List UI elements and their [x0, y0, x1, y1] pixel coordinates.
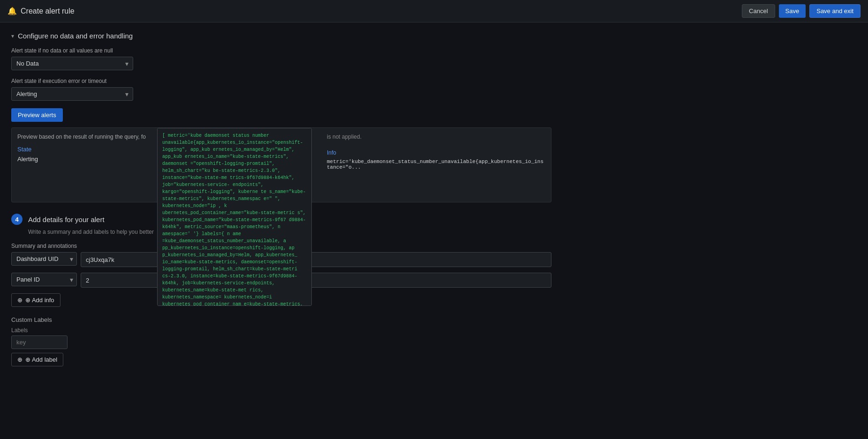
tooltip-content: [ metric='kube daemonset status number u… — [162, 132, 307, 306]
tooltip-overlay: [ metric='kube daemonset status number u… — [157, 128, 312, 306]
no-data-form-group: Alert state if no data or all values are… — [11, 47, 551, 70]
bell-icon: 🔔 — [8, 7, 17, 15]
page-content: ▾ Configure no data and error handling A… — [0, 22, 563, 376]
dashboard-uid-select[interactable]: Dashboard UID Panel ID Summary Descripti… — [11, 252, 77, 266]
state-value: Alerting — [17, 156, 160, 163]
cancel-button[interactable]: Cancel — [742, 4, 775, 18]
dashboard-uid-dropdown-wrapper: Dashboard UID Panel ID Summary Descripti… — [11, 252, 77, 266]
panel-id-input[interactable] — [81, 273, 551, 288]
configure-section-title: Configure no data and error handling — [18, 32, 133, 40]
labels-row: Labels — [11, 327, 551, 349]
preview-alerts-button[interactable]: Preview alerts — [11, 108, 63, 122]
top-bar-actions: Cancel Save Save and exit — [742, 4, 860, 18]
info-label: Info — [327, 149, 545, 156]
dashboard-uid-input[interactable] — [81, 252, 551, 267]
top-bar: 🔔 Create alert rule Cancel Save Save and… — [0, 0, 868, 22]
add-details-title: Add details for your alert — [28, 216, 105, 223]
preview-right-panel: is not applied. Info metric='kube_daemon… — [321, 128, 551, 176]
no-data-select-wrapper: No Data Alerting OK Keep Last State — [11, 57, 133, 70]
no-data-label: Alert state if no data or all values are… — [11, 47, 551, 54]
info-value: metric='kube_daemonset_status_number_una… — [327, 159, 545, 170]
save-and-exit-button[interactable]: Save and exit — [809, 4, 860, 18]
configure-section-header[interactable]: ▾ Configure no data and error handling — [11, 32, 551, 40]
labels-key-input[interactable] — [11, 335, 68, 349]
custom-labels-section: Custom Labels Labels ⊕ ⊕ Add label — [11, 316, 551, 366]
labels-key-label: Labels — [11, 327, 68, 334]
step-number: 4 — [11, 214, 23, 225]
exec-error-select[interactable]: Alerting OK Keep Last State — [11, 87, 133, 101]
add-info-button[interactable]: ⊕ ⊕ Add info — [11, 293, 60, 307]
top-bar-left: 🔔 Create alert rule — [8, 7, 75, 15]
add-label-button[interactable]: ⊕ ⊕ Add label — [11, 353, 63, 366]
labels-key-group: Labels — [11, 327, 68, 349]
state-label: State — [17, 146, 160, 153]
exec-error-select-wrapper: Alerting OK Keep Last State — [11, 87, 133, 101]
add-info-label: ⊕ Add info — [25, 297, 54, 304]
exec-error-form-group: Alert state if execution error or timeou… — [11, 78, 551, 101]
exec-error-label: Alert state if execution error or timeou… — [11, 78, 551, 84]
panel-id-dropdown-wrapper: Panel ID Dashboard UID Summary Descripti… — [11, 273, 77, 286]
add-info-icon: ⊕ — [17, 297, 23, 304]
save-button[interactable]: Save — [779, 4, 806, 18]
add-label-label: ⊕ Add label — [25, 356, 57, 363]
panel-id-select[interactable]: Panel ID Dashboard UID Summary Descripti… — [11, 273, 77, 286]
chevron-down-icon: ▾ — [11, 33, 14, 39]
preview-description: Preview based on the result of running t… — [17, 134, 160, 140]
custom-labels-title: Custom Labels — [11, 316, 551, 323]
preview-left-panel: Preview based on the result of running t… — [12, 128, 166, 202]
add-label-icon: ⊕ — [17, 356, 23, 363]
not-applied-text: is not applied. — [327, 134, 545, 140]
page-title: Create alert rule — [21, 7, 75, 15]
no-data-select[interactable]: No Data Alerting OK Keep Last State — [11, 57, 133, 70]
